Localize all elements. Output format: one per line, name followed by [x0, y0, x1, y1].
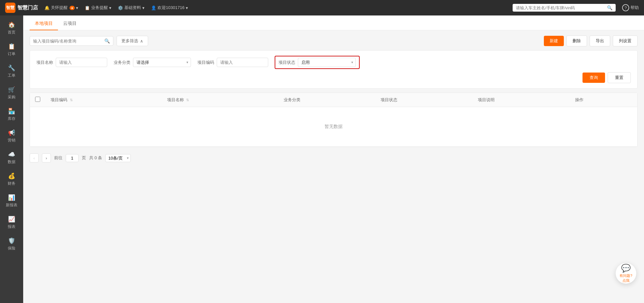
table-header-name: 项目名称 ⇅	[162, 93, 279, 107]
sidebar-label-workorders: 工单	[8, 73, 15, 78]
sidebar: 🏠 首页 📋 订单 🔧 工单 🛒 采购 🏪 库存 📢 营销 ☁️ 数据 💰	[0, 15, 23, 303]
user-icon: 👤	[151, 5, 156, 10]
total-text: 共 0 条	[89, 155, 102, 161]
filter-label: 更多筛选	[121, 38, 138, 44]
purchase-icon: 🛒	[8, 86, 15, 93]
basic-info-label: 基础资料	[124, 5, 141, 11]
reset-button[interactable]: 重置	[608, 72, 631, 83]
project-search-wrap[interactable]: 🔍	[30, 36, 113, 46]
export-button[interactable]: 导出	[590, 35, 610, 46]
business-reminder-label: 业务提醒	[91, 5, 108, 11]
tab-local-project[interactable]: 本地项目	[30, 17, 58, 30]
user-chevron-icon: ▾	[186, 5, 188, 10]
project-search-icon[interactable]: 🔍	[104, 38, 110, 44]
filter-status-select[interactable]: 全部 启用 禁用	[298, 58, 356, 67]
finance-icon: 💰	[8, 172, 15, 180]
sidebar-item-data[interactable]: ☁️ 数据	[0, 148, 23, 168]
tab-cloud-project[interactable]: 云项目	[58, 17, 82, 30]
empty-row: 暂无数据	[30, 107, 637, 147]
care-badge: ●	[70, 6, 75, 10]
sidebar-label-insurance: 保险	[8, 246, 15, 251]
inventory-icon: 🏪	[8, 108, 15, 115]
global-search-bar[interactable]: 🔍	[513, 4, 616, 12]
help-label: 帮助	[630, 5, 639, 11]
more-filter-button[interactable]: 更多筛选 ∧	[117, 36, 148, 46]
sidebar-label-orders: 订单	[8, 51, 15, 57]
sidebar-label-new-report: 新报表	[6, 202, 17, 208]
sidebar-label-marketing: 营销	[8, 138, 15, 143]
select-all-checkbox[interactable]	[35, 97, 40, 102]
filter-category-group: 业务分类 请选择 ▾	[114, 58, 191, 67]
business-reminder-nav[interactable]: 📋 业务提醒 ▾	[85, 5, 111, 11]
help-button[interactable]: ? 帮助	[622, 4, 639, 11]
business-icon: 📋	[85, 5, 90, 10]
table-header-category: 业务分类	[279, 93, 376, 107]
sidebar-label-finance: 财务	[8, 181, 15, 186]
filter-name-group: 项目名称	[36, 58, 107, 67]
new-report-icon: 📊	[8, 194, 15, 201]
filter-code-input[interactable]	[217, 58, 268, 67]
goto-suffix: 页	[82, 155, 86, 161]
sidebar-item-new-report[interactable]: 📊 新报表	[0, 191, 23, 211]
table-header-status: 项目状态	[375, 93, 473, 107]
filter-row: 项目名称 业务分类 请选择 ▾ 项目编码	[36, 56, 631, 69]
table-header-action: 操作	[570, 93, 637, 107]
code-sort-icon[interactable]: ⇅	[70, 98, 73, 102]
filter-status-label: 项目状态	[279, 60, 295, 65]
float-help-icon: 💬	[621, 264, 631, 273]
sidebar-label-home: 首页	[8, 30, 15, 35]
basic-info-chevron-icon: ▾	[142, 5, 145, 10]
data-icon: ☁️	[8, 151, 15, 158]
care-reminder-nav[interactable]: 🔔 关怀提醒 ● ▾	[44, 5, 78, 11]
sidebar-label-purchase: 采购	[8, 94, 15, 100]
user-nav[interactable]: 👤 欢迎10301716 ▾	[151, 5, 188, 11]
business-chevron-icon: ▾	[109, 5, 111, 10]
basic-info-nav[interactable]: ⚙️ 基础资料 ▾	[118, 5, 145, 11]
goto-prefix: 前往	[54, 155, 62, 161]
new-button[interactable]: 新建	[544, 36, 564, 46]
sidebar-item-home[interactable]: 🏠 首页	[0, 18, 23, 38]
sidebar-item-orders[interactable]: 📋 订单	[0, 40, 23, 60]
query-button[interactable]: 查询	[582, 73, 605, 83]
page-size-select[interactable]: 10条/页 20条/页 50条/页	[105, 154, 131, 162]
sidebar-item-report[interactable]: 📈 报表	[0, 212, 23, 233]
sidebar-item-finance[interactable]: 💰 财务	[0, 169, 23, 190]
sidebar-label-inventory: 库存	[8, 116, 15, 122]
float-help-button[interactable]: 💬 有问题? 点我	[616, 263, 636, 284]
filter-code-group: 项目编码	[197, 58, 268, 67]
sidebar-item-insurance[interactable]: 🛡️ 保险	[0, 234, 23, 254]
project-search-input[interactable]	[33, 39, 102, 44]
main-layout: 🏠 首页 📋 订单 🔧 工单 🛒 采购 🏪 库存 📢 营销 ☁️ 数据 💰	[0, 15, 644, 303]
col-name-label: 项目名称	[167, 97, 184, 102]
filter-category-label: 业务分类	[114, 60, 130, 65]
content-area: 🔍 更多筛选 ∧ 新建 删除 导出 列设置	[23, 30, 644, 303]
page-size-wrap: 10条/页 20条/页 50条/页 ▾	[105, 154, 131, 162]
delete-button[interactable]: 删除	[566, 35, 587, 46]
bell-icon: 🔔	[44, 5, 50, 10]
pagination: ‹ › 前往 页 共 0 条 10条/页 20条/页 50条/页 ▾	[30, 151, 638, 165]
filter-category-select[interactable]: 请选择	[133, 58, 191, 67]
filter-name-input[interactable]	[56, 58, 107, 67]
col-code-label: 项目编码	[51, 97, 67, 102]
global-search-icon[interactable]: 🔍	[607, 5, 612, 10]
empty-tip-text: 暂无数据	[35, 111, 632, 142]
filter-panel: 项目名称 业务分类 请选择 ▾ 项目编码	[30, 50, 638, 89]
name-sort-icon[interactable]: ⇅	[186, 98, 189, 102]
table-header-desc: 项目说明	[473, 93, 570, 107]
tab-local-label: 本地项目	[35, 21, 53, 26]
sidebar-item-marketing[interactable]: 📢 营销	[0, 126, 23, 146]
help-circle-icon: ?	[622, 4, 629, 11]
sidebar-item-purchase[interactable]: 🛒 采购	[0, 83, 23, 103]
column-setting-button[interactable]: 列设置	[613, 35, 638, 46]
sidebar-item-inventory[interactable]: 🏪 库存	[0, 104, 23, 125]
prev-page-button[interactable]: ‹	[30, 153, 39, 162]
filter-category-select-wrap: 请选择 ▾	[133, 58, 191, 67]
global-search-input[interactable]	[516, 5, 605, 10]
logo[interactable]: 智慧 智慧门店	[5, 3, 38, 13]
orders-icon: 📋	[8, 43, 15, 50]
workorders-icon: 🔧	[8, 64, 15, 72]
filter-chevron-up-icon: ∧	[140, 39, 143, 44]
goto-page-input[interactable]	[66, 154, 79, 162]
next-page-button[interactable]: ›	[42, 153, 51, 162]
sidebar-item-workorders[interactable]: 🔧 工单	[0, 61, 23, 82]
